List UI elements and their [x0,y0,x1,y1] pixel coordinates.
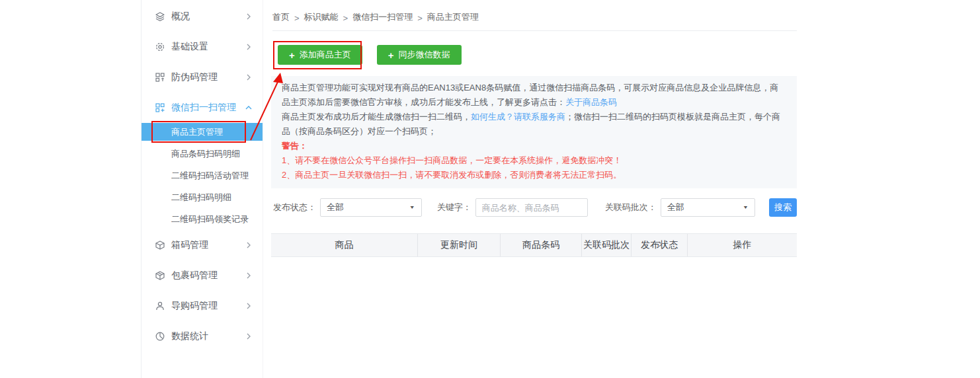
chevron-right-icon [245,242,252,248]
chevron-right-icon [245,13,252,20]
wechat-scan-submenu: 商品主页管理 商品条码扫码明细 二维码扫码活动管理 二维码扫码明细 二维码扫码领… [142,123,263,230]
sidebar-item-label: 包裹码管理 [171,270,245,282]
plus-icon: + [388,50,394,60]
chevron-right-icon [245,74,252,81]
sidebar-item-overview[interactable]: 概况 [142,1,263,32]
sidebar: 概况 基础设置 防伪码管理 [141,0,263,378]
info-paragraph-2: 商品主页发布成功后才能生成微信扫一扫二维码，如何生成？请联系服务商；微信扫一扫二… [282,110,786,139]
sidebar-item-label: 微信扫一扫管理 [171,102,245,114]
publish-status-label: 发布状态： [273,202,316,213]
person-icon [155,301,165,311]
keyword-input[interactable] [475,198,588,217]
search-button[interactable]: 搜索 [769,198,797,217]
chevron-right-icon [245,303,252,309]
sidebar-item-basic-settings[interactable]: 基础设置 [142,32,263,62]
batch-value: 全部 [667,202,739,213]
breadcrumb-identity-enablement[interactable]: 标识赋能 [304,11,339,23]
breadcrumb-current-page: 商品主页管理 [427,11,479,23]
contact-service-provider-link[interactable]: 如何生成？请联系服务商 [471,112,565,122]
sidebar-item-label: 概况 [171,11,245,22]
breadcrumb-wechat-scan[interactable]: 微信扫一扫管理 [352,11,413,23]
submenu-item-barcode-scan-detail[interactable]: 商品条码扫码明细 [142,143,263,165]
sidebar-item-data-statistics[interactable]: 数据统计 [142,321,263,352]
add-product-homepage-label: 添加商品主页 [300,49,351,61]
chevron-right-icon [245,333,252,340]
column-header-update-time: 更新时间 [418,234,501,256]
main-content: 首页 > 标识赋能 > 微信扫一扫管理 > 商品主页管理 + 添加商品主页 + … [271,0,797,378]
sync-wechat-data-label: 同步微信数据 [399,49,450,61]
submenu-item-qrcode-prize-records[interactable]: 二维码扫码领奖记录 [142,208,263,230]
about-product-barcode-link[interactable]: 关于商品条码 [565,97,617,107]
box-icon [155,240,165,250]
submenu-item-product-homepage-management[interactable]: 商品主页管理 [142,123,263,141]
sidebar-item-label: 防伪码管理 [171,71,245,83]
column-header-actions: 操作 [688,234,797,256]
warning-line-1: 1、请不要在微信公众号平台操作扫一扫商品数据，一定要在本系统操作，避免数据冲突！ [282,153,786,168]
sidebar-item-label: 箱码管理 [171,239,245,251]
publish-status-value: 全部 [327,202,405,213]
publish-status-select[interactable]: 全部 ▼ [320,198,422,217]
package-icon [155,270,165,281]
breadcrumb-separator: > [417,13,423,23]
column-header-linked-batch: 关联码批次 [582,234,632,256]
batch-label: 关联码批次： [605,202,657,213]
results-table: 商品 更新时间 商品条码 关联码批次 发布状态 操作 [271,233,797,257]
caret-down-icon: ▼ [409,205,415,210]
anticounterfeit-code-icon [155,72,165,83]
sidebar-item-label: 基础设置 [171,41,245,53]
gear-icon [155,42,165,52]
sidebar-item-case-code[interactable]: 箱码管理 [142,230,263,260]
wechat-scan-icon [155,102,165,113]
sidebar-item-label: 导购码管理 [171,300,245,312]
breadcrumb-separator: > [343,13,348,23]
column-header-publish-status: 发布状态 [632,234,688,256]
caret-down-icon: ▼ [743,205,749,210]
toolbar: + 添加商品主页 + 同步微信数据 [278,45,462,65]
breadcrumb-separator: > [294,13,300,23]
keyword-label: 关键字： [437,202,471,213]
warning-line-2: 2、商品主页一旦关联微信扫一扫，请不要取消发布或删除，否则消费者将无法正常扫码。 [282,168,786,182]
chevron-up-icon [245,104,252,111]
chevron-right-icon [245,44,252,50]
sidebar-item-anticounterfeit-code[interactable]: 防伪码管理 [142,62,263,93]
info-panel: 商品主页管理功能可实现对现有商品的EAN13或EAN8条码赋值，通过微信扫描商品… [271,76,797,188]
column-header-product: 商品 [271,234,418,256]
info-text: 商品主页管理功能可实现对现有商品的EAN13或EAN8条码赋值，通过微信扫描商品… [282,83,778,107]
product-homepage-management-page: 概况 基础设置 防伪码管理 [0,0,980,378]
layers-icon [155,11,165,22]
submenu-item-qrcode-scan-detail[interactable]: 二维码扫码明细 [142,186,263,208]
sync-wechat-data-button[interactable]: + 同步微信数据 [377,45,462,65]
table-header-row: 商品 更新时间 商品条码 关联码批次 发布状态 操作 [271,233,797,257]
sidebar-item-wechat-scan[interactable]: 微信扫一扫管理 [142,93,263,123]
info-text: 商品主页发布成功后才能生成微信扫一扫二维码， [282,112,471,122]
chevron-right-icon [245,272,252,279]
breadcrumb-home[interactable]: 首页 [272,11,290,23]
info-paragraph-1: 商品主页管理功能可实现对现有商品的EAN13或EAN8条码赋值，通过微信扫描商品… [282,81,786,110]
column-header-product-barcode: 商品条码 [501,234,582,256]
warning-title: 警告： [282,139,786,153]
breadcrumb: 首页 > 标识赋能 > 微信扫一扫管理 > 商品主页管理 [272,0,797,31]
sidebar-item-label: 数据统计 [171,330,245,342]
batch-select[interactable]: 全部 ▼ [661,198,755,217]
sidebar-item-shopping-guide-code[interactable]: 导购码管理 [142,291,263,321]
add-product-homepage-button[interactable]: + 添加商品主页 [278,45,362,65]
plus-icon: + [289,50,295,60]
sidebar-item-parcel-code[interactable]: 包裹码管理 [142,260,263,291]
pie-chart-icon [155,331,165,342]
filter-bar: 发布状态： 全部 ▼ 关键字： 关联码批次： 全部 ▼ 搜索 [273,198,797,217]
submenu-item-qrcode-activity-management[interactable]: 二维码扫码活动管理 [142,165,263,186]
